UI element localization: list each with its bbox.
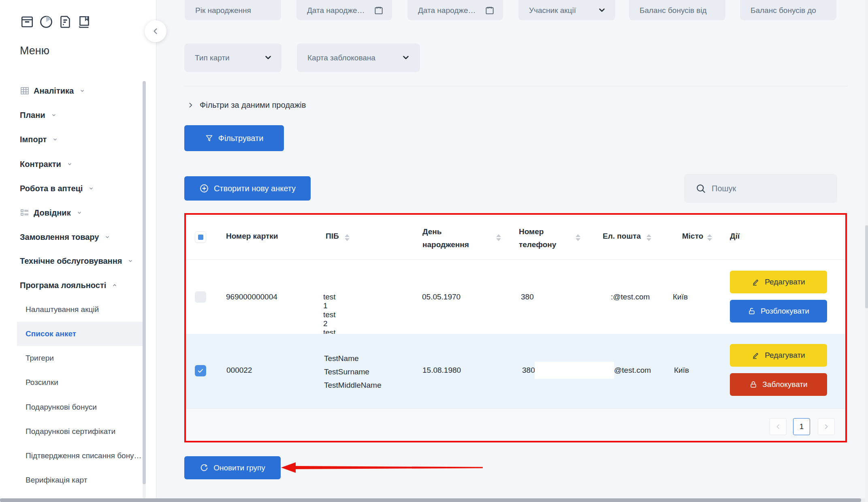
book-icon[interactable] [77,15,92,29]
card-blocked-select[interactable]: Карта заблокована [297,43,420,72]
column-header-card-number[interactable]: Номер картки [226,232,278,241]
filter-button[interactable]: Фільтрувати [184,125,284,151]
chevron-right-icon [187,102,194,109]
bonus-balance-from-field[interactable]: Баланс бонусів від [629,0,725,20]
chevron-down-icon [51,112,57,118]
divider [186,259,845,260]
sidebar-item-plans[interactable]: Плани [20,109,57,121]
pie-chart-icon[interactable] [39,15,53,29]
pagination-prev-button[interactable] [770,418,787,435]
cell-city: Київ [673,293,688,301]
refresh-icon [200,464,209,472]
unlock-icon [748,307,756,315]
sidebar-subitem-gift-certificates[interactable]: Подарункові сертифікати [26,426,115,437]
vertical-scrollbar-thumb[interactable] [865,225,868,308]
divider [184,86,848,86]
chevron-up-icon [112,282,117,288]
search-input[interactable] [712,184,825,193]
chevron-down-icon [105,234,110,240]
sidebar-subitem-mailings[interactable]: Розсилки [26,377,58,388]
chevron-right-icon [823,423,830,430]
sidebar-collapse-button[interactable] [145,20,166,42]
sales-filters-toggle[interactable]: Фільтри за даними продажів [187,100,306,110]
edit-button[interactable]: Редагувати [730,344,827,367]
redaction-overlay [535,362,614,379]
table-footer [186,408,845,441]
chevron-down-icon [67,161,73,167]
sidebar-item-contracts[interactable]: Контракти [20,158,73,170]
sort-icon[interactable] [345,232,350,243]
sidebar-subitem-bonus-writeoff-confirm[interactable]: Підтвердження списання бону… [26,450,142,461]
sidebar-item-import[interactable]: Імпорт [20,133,58,145]
chevron-down-icon [88,186,94,191]
sidebar-item-loyalty-program[interactable]: Програма лояльності [20,279,117,291]
chevron-down-icon [79,88,85,94]
sidebar-item-analytics[interactable]: Аналітика [20,85,85,97]
sort-icon[interactable] [707,232,712,243]
sidebar-item-goods-order[interactable]: Замовлення товару [20,231,110,243]
page: Меню Аналітика Плани Імпорт Контракти Ро… [0,0,868,502]
pagination-page-1[interactable]: 1 [793,418,810,435]
check-icon [197,367,204,374]
cell-card-number: 969000000004 [226,293,277,301]
edit-button[interactable]: Редагувати [730,271,827,293]
grid-icon [20,86,30,96]
sidebar-item-pharmacy-work[interactable]: Робота в аптеці [20,182,94,194]
bonus-balance-to-field[interactable]: Баланс бонусів до [740,0,836,20]
chevron-down-icon [597,6,606,15]
horizontal-scrollbar-thumb[interactable] [0,498,861,502]
logo-icons [20,15,92,29]
chevron-down-icon [52,137,58,142]
row-checkbox[interactable] [195,291,206,303]
sidebar-subitem-card-verification[interactable]: Верифікація карт [26,474,87,486]
chevron-left-icon [151,27,160,35]
cell-email: :@test.com [611,293,650,301]
pencil-icon [752,351,760,359]
sidebar-item-directory[interactable]: Довідник [20,207,82,219]
column-header-birthday[interactable]: День народження [422,225,484,251]
sort-icon[interactable] [646,232,651,243]
sidebar-scrollbar-thumb[interactable] [143,81,146,484]
annotation-arrow [280,461,484,474]
promo-participant-select[interactable]: Учасник акції [518,0,615,20]
search-icon [695,183,706,194]
block-button[interactable]: Заблокувати [730,373,827,396]
cell-phone: 380 [521,293,534,301]
column-header-phone[interactable]: Номер телефону [519,225,567,251]
card-type-select[interactable]: Тип карти [184,43,282,72]
unblock-button[interactable]: Розблокувати [730,300,827,323]
sidebar-subitem-promo-settings[interactable]: Налаштування акцій [26,304,99,315]
calendar-icon [484,5,495,16]
sidebar-subitem-questionnaire-list[interactable]: Список анкет [26,328,76,340]
column-header-email[interactable]: Ел. пошта [603,232,641,241]
column-header-actions: Дії [730,232,740,241]
update-group-button[interactable]: Оновити групу [184,456,281,479]
birth-date-from-field[interactable]: Дата народже… [296,0,392,20]
sidebar-subitem-triggers[interactable]: Тригери [26,352,54,364]
chevron-down-icon [264,53,273,62]
list-icon [20,208,30,218]
funnel-icon [205,134,213,143]
birth-year-field[interactable]: Рік народження [185,0,281,20]
row-checkbox-checked[interactable] [195,365,206,376]
sort-icon[interactable] [496,232,501,243]
column-header-name[interactable]: ПІБ [326,232,339,241]
document-icon[interactable] [58,15,73,29]
birth-date-to-field[interactable]: Дата народже… [407,0,503,20]
cell-birthday: 15.08.1980 [422,366,461,375]
search-box[interactable] [684,174,837,203]
menu-title: Меню [20,45,49,57]
sidebar-item-maintenance[interactable]: Технічне обслуговування [20,255,133,267]
pagination-next-button[interactable] [818,418,835,435]
column-header-city[interactable]: Місто [682,232,703,241]
cell-phone: 380 [522,366,535,375]
sidebar-subitem-gift-bonuses[interactable]: Подарункові бонуси [26,402,97,413]
cell-card-number: 000022 [226,366,252,375]
plus-circle-icon [199,184,209,193]
select-all-checkbox[interactable] [195,231,206,243]
cell-birthday: 05.05.1970 [422,293,461,301]
sort-icon[interactable] [576,232,580,243]
box-icon[interactable] [20,15,34,29]
chevron-left-icon [775,423,781,430]
create-questionnaire-button[interactable]: Створити нову анкету [184,176,311,201]
